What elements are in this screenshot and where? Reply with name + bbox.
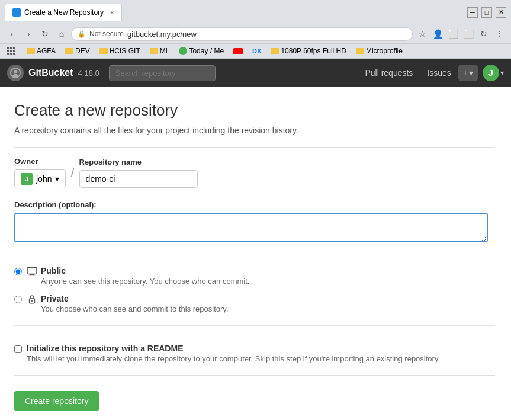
address-bar[interactable]: 🔒 Not secure gitbucket.my.pc/new (71, 27, 413, 41)
lock-icon (27, 294, 37, 304)
minimize-btn[interactable]: ─ (467, 7, 478, 18)
divider-top (14, 147, 495, 148)
apps-icon (7, 47, 15, 55)
bookmarks-bar: AGFA DEV HCIS GIT ML Today / Me DX 1080P… (0, 43, 511, 58)
private-visibility-desc: You choose who can see and commit to thi… (41, 304, 229, 313)
divider-create (14, 375, 495, 376)
home-btn[interactable]: ⌂ (54, 27, 69, 41)
tab-favicon (12, 8, 21, 17)
repo-name-input[interactable] (79, 170, 198, 188)
address-bar-actions: ☆ 👤 ⬜ ⬜ ↻ ⋮ (415, 27, 506, 41)
youtube-icon (233, 48, 243, 54)
divider-middle (14, 254, 495, 254)
brand-logo[interactable]: GitBucket 4.18.0 (7, 65, 99, 81)
repo-name-group: Repository name (79, 158, 198, 188)
today-icon (179, 47, 187, 55)
pull-requests-link[interactable]: Pull requests (358, 60, 420, 86)
init-label: Initialize this repository with a README (27, 344, 440, 353)
bookmark-ml-label: ML (160, 47, 170, 55)
init-label-row[interactable]: Initialize this repository with a README… (27, 344, 440, 363)
monitor-icon (27, 266, 37, 277)
security-icon: 🔒 (78, 30, 86, 38)
folder-icon-1080p (271, 48, 279, 54)
owner-label: Owner (14, 157, 66, 166)
bookmark-hcis-git[interactable]: HCIS GIT (97, 46, 143, 56)
public-visibility-desc: Anyone can see this repository. You choo… (41, 277, 249, 286)
owner-dropdown[interactable]: J john ▾ (14, 169, 66, 188)
extension-btn2[interactable]: ⬜ (461, 27, 475, 41)
brand-version: 4.18.0 (78, 69, 99, 78)
visibility-section: Public Anyone can see this repository. Y… (14, 266, 495, 313)
plus-caret: ▾ (469, 68, 473, 78)
owner-avatar: J (21, 173, 33, 185)
public-label-row[interactable]: Public Anyone can see this repository. Y… (27, 266, 249, 286)
bookmark-today[interactable]: Today / Me (176, 46, 226, 56)
bookmark-agfa[interactable]: AGFA (24, 46, 58, 56)
refresh-btn[interactable]: ↻ (38, 27, 52, 41)
public-visibility-label: Public (41, 266, 249, 275)
init-option: Initialize this repository with a README… (14, 344, 495, 363)
init-section: Initialize this repository with a README… (14, 338, 495, 363)
owner-caret: ▾ (55, 174, 59, 184)
create-repository-btn[interactable]: Create repository (14, 391, 99, 411)
folder-icon-dev (65, 48, 73, 54)
avatar-caret: ▾ (500, 69, 504, 77)
tab-title: Create a New Repository (24, 8, 104, 17)
issues-link[interactable]: Issues (420, 60, 458, 86)
folder-icon-ml (150, 48, 158, 54)
extension-btn1[interactable]: ⬜ (446, 27, 460, 41)
profile-btn[interactable]: 👤 (430, 27, 445, 41)
nav-links: Pull requests Issues + ▾ J ▾ (358, 60, 504, 86)
new-plus-btn[interactable]: + ▾ (458, 65, 478, 81)
folder-icon-micro (356, 48, 364, 54)
description-group: Description (optional): (14, 200, 495, 244)
divider-bottom (14, 325, 495, 326)
bookmark-dx[interactable]: DX (250, 46, 263, 56)
folder-icon-agfa (27, 48, 35, 54)
init-readme-checkbox[interactable] (14, 345, 22, 353)
menu-btn[interactable]: ⋮ (492, 27, 506, 41)
owner-name: john (36, 174, 52, 184)
forward-btn[interactable]: › (21, 27, 36, 41)
main-content: Create a new repository A repository con… (0, 87, 509, 420)
page-subtitle: A repository contains all the files for … (14, 126, 495, 135)
description-input[interactable] (14, 213, 488, 242)
tab-close-btn[interactable]: × (110, 8, 114, 17)
private-label-row[interactable]: Private You choose who can see and commi… (27, 294, 229, 313)
user-avatar-btn[interactable]: J (483, 65, 499, 81)
description-label: Description (optional): (14, 200, 495, 209)
bookmark-apps[interactable] (5, 46, 20, 56)
back-btn[interactable]: ‹ (5, 27, 19, 41)
repo-name-label: Repository name (79, 158, 198, 166)
dx-icon: DX (252, 47, 261, 54)
bookmark-ml[interactable]: ML (147, 46, 172, 56)
svg-rect-3 (30, 274, 34, 275)
bookmark-dev-label: DEV (75, 47, 90, 55)
browser-tab[interactable]: Create a New Repository × (5, 4, 122, 21)
private-radio[interactable] (14, 296, 22, 303)
folder-icon-hcis (99, 48, 108, 54)
window-controls: ─ □ ✕ (467, 7, 506, 18)
close-btn[interactable]: ✕ (496, 7, 506, 18)
svg-point-6 (31, 300, 33, 302)
bookmark-1080p[interactable]: 1080P 60fps Full HD (268, 46, 349, 56)
bookmark-hcis-label: HCIS GIT (110, 47, 140, 55)
bookmark-today-label: Today / Me (189, 47, 224, 55)
brand-name: GitBucket (28, 68, 73, 78)
search-input[interactable] (109, 65, 216, 81)
bookmark-microprofile[interactable]: Microprofile (353, 46, 405, 56)
plus-icon: + (463, 68, 468, 78)
svg-rect-2 (27, 267, 37, 274)
gitbucket-logo (7, 65, 24, 81)
public-radio[interactable] (14, 268, 22, 275)
svg-point-1 (14, 70, 17, 73)
private-option: Private You choose who can see and commi… (14, 294, 495, 313)
svg-rect-4 (28, 275, 35, 275)
extension-btn3[interactable]: ↻ (477, 27, 491, 41)
bookmark-yt[interactable] (231, 47, 245, 56)
gitbucket-navbar: GitBucket 4.18.0 Pull requests Issues + … (0, 59, 511, 87)
slash-divider: / (70, 165, 74, 181)
bookmark-btn[interactable]: ☆ (415, 27, 429, 41)
bookmark-dev[interactable]: DEV (63, 46, 92, 56)
maximize-btn[interactable]: □ (481, 7, 492, 18)
